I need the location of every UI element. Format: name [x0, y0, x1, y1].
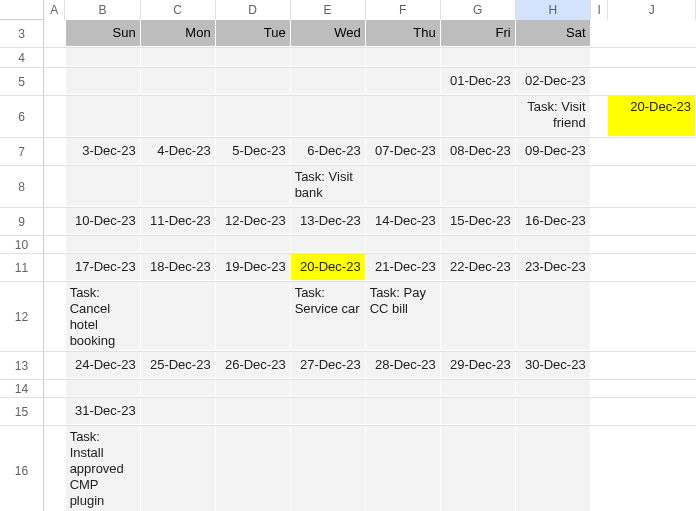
cell-E6[interactable] [291, 96, 366, 137]
rownum-4[interactable]: 4 [0, 48, 44, 67]
cell-H12[interactable] [516, 282, 591, 351]
cell-H4[interactable] [516, 48, 591, 67]
cell-D10[interactable] [216, 236, 291, 253]
day-fri[interactable]: Fri [441, 20, 516, 47]
col-C[interactable]: C [141, 0, 216, 20]
day-sat[interactable]: Sat [516, 20, 591, 47]
cell-F10[interactable] [366, 236, 441, 253]
cell-I9[interactable] [591, 208, 609, 235]
date-10[interactable]: 10-Dec-23 [66, 208, 141, 235]
cell-D4[interactable] [216, 48, 291, 67]
cell-A3[interactable] [44, 20, 66, 47]
cell-D14[interactable] [216, 380, 291, 397]
cell-B5[interactable] [66, 68, 141, 95]
rownum-15[interactable]: 15 [0, 398, 44, 425]
cell-B6[interactable] [66, 96, 141, 137]
task-visit-friend[interactable]: Task: Visit friend [516, 96, 591, 137]
rownum-3[interactable]: 3 [0, 20, 44, 47]
date-07[interactable]: 07-Dec-23 [366, 138, 441, 165]
date-11[interactable]: 11-Dec-23 [141, 208, 216, 235]
date-14[interactable]: 14-Dec-23 [366, 208, 441, 235]
cell-I14[interactable] [591, 380, 609, 397]
cell-A12[interactable] [44, 282, 66, 351]
cell-B8[interactable] [66, 166, 141, 207]
date-05[interactable]: 5-Dec-23 [216, 138, 291, 165]
cell-D16[interactable] [216, 426, 291, 511]
cell-J16[interactable] [608, 426, 696, 511]
cell-C4[interactable] [141, 48, 216, 67]
cell-A6[interactable] [44, 96, 66, 137]
day-sun[interactable]: Sun [66, 20, 141, 47]
date-08[interactable]: 08-Dec-23 [441, 138, 516, 165]
day-tue[interactable]: Tue [216, 20, 291, 47]
cell-B10[interactable] [66, 236, 141, 253]
cell-I16[interactable] [591, 426, 609, 511]
rownum-8[interactable]: 8 [0, 166, 44, 207]
task-install-cmp[interactable]: Task: Install approved CMP plugin [66, 426, 141, 511]
col-B[interactable]: B [65, 0, 140, 20]
cell-C10[interactable] [141, 236, 216, 253]
date-04[interactable]: 4-Dec-23 [141, 138, 216, 165]
cell-J3[interactable] [608, 20, 696, 47]
cell-I15[interactable] [591, 398, 609, 425]
rownum-10[interactable]: 10 [0, 236, 44, 253]
cell-J7[interactable] [608, 138, 696, 165]
date-17[interactable]: 17-Dec-23 [66, 254, 141, 281]
col-J[interactable]: J [608, 0, 696, 20]
cell-D12[interactable] [216, 282, 291, 351]
cell-F6[interactable] [366, 96, 441, 137]
cell-H8[interactable] [516, 166, 591, 207]
cell-H16[interactable] [516, 426, 591, 511]
task-pay-cc[interactable]: Task: Pay CC bill [366, 282, 441, 351]
date-15[interactable]: 15-Dec-23 [441, 208, 516, 235]
cell-B14[interactable] [66, 380, 141, 397]
cell-E15[interactable] [291, 398, 366, 425]
cell-A16[interactable] [44, 426, 66, 511]
cell-F16[interactable] [366, 426, 441, 511]
cell-C14[interactable] [141, 380, 216, 397]
cell-J5[interactable] [608, 68, 696, 95]
date-29[interactable]: 29-Dec-23 [441, 352, 516, 379]
cell-E10[interactable] [291, 236, 366, 253]
cell-J10[interactable] [608, 236, 696, 253]
corner[interactable] [0, 0, 44, 19]
cell-A10[interactable] [44, 236, 66, 253]
cell-J14[interactable] [608, 380, 696, 397]
cell-A4[interactable] [44, 48, 66, 67]
cell-G12[interactable] [441, 282, 516, 351]
cell-A15[interactable] [44, 398, 66, 425]
date-27[interactable]: 27-Dec-23 [291, 352, 366, 379]
rownum-7[interactable]: 7 [0, 138, 44, 165]
rownum-13[interactable]: 13 [0, 352, 44, 379]
col-H[interactable]: H [516, 0, 591, 20]
cell-C5[interactable] [141, 68, 216, 95]
cell-D15[interactable] [216, 398, 291, 425]
cell-B4[interactable] [66, 48, 141, 67]
date-16[interactable]: 16-Dec-23 [516, 208, 591, 235]
cell-F8[interactable] [366, 166, 441, 207]
date-30[interactable]: 30-Dec-23 [516, 352, 591, 379]
cell-G15[interactable] [441, 398, 516, 425]
date-23[interactable]: 23-Dec-23 [516, 254, 591, 281]
cell-F15[interactable] [366, 398, 441, 425]
col-G[interactable]: G [441, 0, 516, 20]
cell-C8[interactable] [141, 166, 216, 207]
date-28[interactable]: 28-Dec-23 [366, 352, 441, 379]
cell-A7[interactable] [44, 138, 66, 165]
cell-C12[interactable] [141, 282, 216, 351]
cell-A5[interactable] [44, 68, 66, 95]
cell-J12[interactable] [608, 282, 696, 351]
cell-J4[interactable] [608, 48, 696, 67]
cell-C15[interactable] [141, 398, 216, 425]
cell-J15[interactable] [608, 398, 696, 425]
cell-J9[interactable] [608, 208, 696, 235]
cell-F14[interactable] [366, 380, 441, 397]
cell-I13[interactable] [591, 352, 609, 379]
cell-G8[interactable] [441, 166, 516, 207]
lookup-value[interactable]: 20-Dec-23 [608, 96, 696, 137]
task-cancel-hotel[interactable]: Task: Cancel hotel booking [66, 282, 141, 351]
date-02[interactable]: 02-Dec-23 [516, 68, 591, 95]
rownum-14[interactable]: 14 [0, 380, 44, 397]
cell-G16[interactable] [441, 426, 516, 511]
date-01[interactable]: 01-Dec-23 [441, 68, 516, 95]
